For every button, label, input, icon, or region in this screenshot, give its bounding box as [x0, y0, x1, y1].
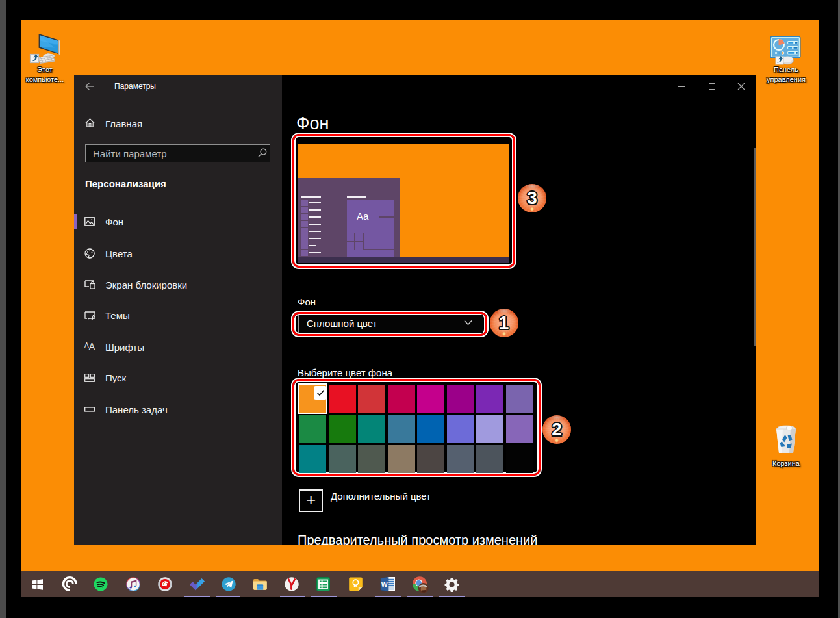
svg-text:W: W	[381, 580, 388, 588]
